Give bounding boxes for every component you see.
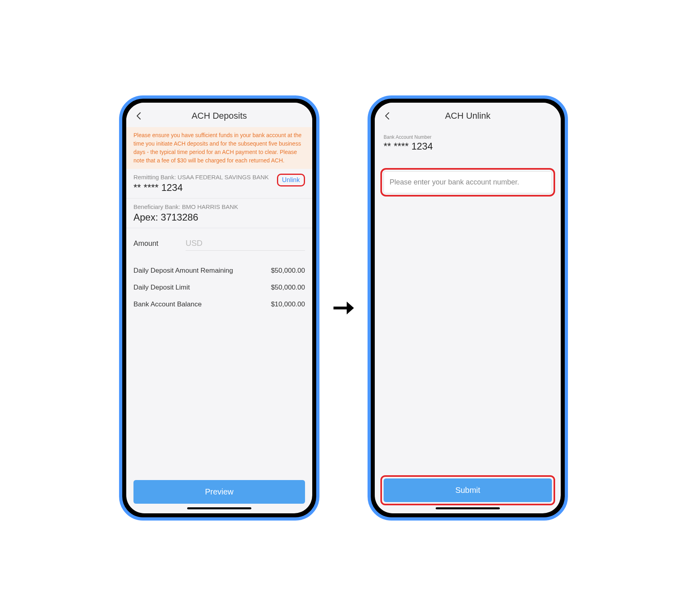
account-input-box bbox=[384, 171, 552, 193]
stat-row-remaining: Daily Deposit Amount Remaining $50,000.0… bbox=[133, 267, 305, 275]
bank-account-section: Bank Account Number ** **** 1234 bbox=[375, 127, 561, 156]
screen-ach-deposits: ACH Deposits Please ensure you have suff… bbox=[126, 103, 312, 513]
warning-banner: Please ensure you have sufficient funds … bbox=[126, 127, 312, 169]
submit-button[interactable]: Submit bbox=[384, 478, 552, 502]
page-title: ACH Deposits bbox=[144, 111, 295, 121]
header: ACH Deposits bbox=[126, 103, 312, 127]
home-indicator[interactable] bbox=[436, 507, 500, 509]
stat-value: $50,000.00 bbox=[271, 267, 305, 275]
home-indicator[interactable] bbox=[187, 507, 251, 509]
back-icon[interactable] bbox=[134, 111, 144, 121]
remitting-bank-section: Remitting Bank: USAA FEDERAL SAVINGS BAN… bbox=[126, 169, 312, 199]
stat-label: Daily Deposit Limit bbox=[133, 284, 190, 292]
preview-button[interactable]: Preview bbox=[133, 480, 305, 504]
beneficiary-bank-label: Beneficiary Bank: BMO HARRIS BANK bbox=[133, 203, 305, 210]
flow-arrow bbox=[331, 296, 356, 320]
stat-label: Daily Deposit Amount Remaining bbox=[133, 267, 233, 275]
amount-input[interactable] bbox=[186, 236, 305, 251]
page-title: ACH Unlink bbox=[392, 111, 543, 121]
account-number-input[interactable] bbox=[390, 178, 546, 186]
apex-number: Apex: 3713286 bbox=[133, 212, 305, 223]
submit-button-highlight: Submit bbox=[380, 475, 555, 505]
remitting-bank-label: Remitting Bank: USAA FEDERAL SAVINGS BAN… bbox=[133, 174, 277, 180]
account-input-highlight bbox=[380, 168, 555, 197]
bank-account-label: Bank Account Number bbox=[384, 134, 552, 140]
stat-label: Bank Account Balance bbox=[133, 300, 202, 308]
amount-label: Amount bbox=[133, 239, 186, 248]
stat-value: $10,000.00 bbox=[271, 300, 305, 308]
back-icon[interactable] bbox=[383, 111, 392, 121]
screen-ach-unlink: ACH Unlink Bank Account Number ** **** 1… bbox=[375, 103, 561, 513]
stat-value: $50,000.00 bbox=[271, 284, 305, 292]
stat-row-balance: Bank Account Balance $10,000.00 bbox=[133, 300, 305, 308]
phone-device-right: ACH Unlink Bank Account Number ** **** 1… bbox=[368, 95, 568, 521]
stats-section: Daily Deposit Amount Remaining $50,000.0… bbox=[126, 255, 312, 317]
bank-account-masked: ** **** 1234 bbox=[384, 141, 552, 152]
phone-device-left: ACH Deposits Please ensure you have suff… bbox=[119, 95, 319, 521]
header: ACH Unlink bbox=[375, 103, 561, 127]
stat-row-limit: Daily Deposit Limit $50,000.00 bbox=[133, 284, 305, 292]
remitting-account-number: ** **** 1234 bbox=[133, 182, 277, 193]
unlink-button[interactable]: Unlink bbox=[277, 174, 305, 186]
amount-row: Amount bbox=[126, 228, 312, 255]
beneficiary-bank-section: Beneficiary Bank: BMO HARRIS BANK Apex: … bbox=[126, 199, 312, 228]
